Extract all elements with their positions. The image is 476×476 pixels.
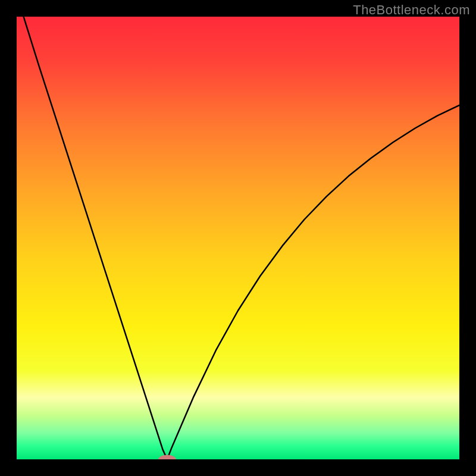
chart-background — [17, 17, 459, 459]
watermark-text: TheBottleneck.com — [353, 2, 470, 18]
chart-frame: TheBottleneck.com — [0, 0, 476, 476]
bottleneck-chart — [17, 17, 459, 459]
